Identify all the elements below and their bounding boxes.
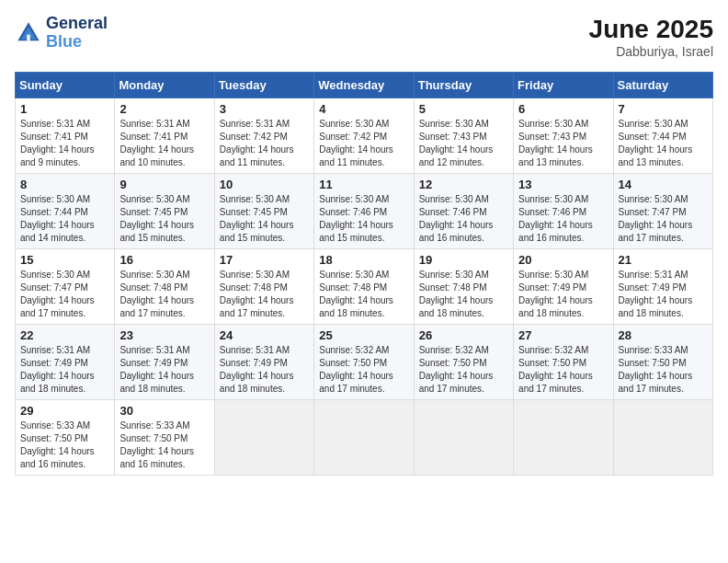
day-info: Sunrise: 5:32 AMSunset: 7:50 PMDaylight:… bbox=[319, 344, 408, 396]
day-number: 8 bbox=[20, 178, 109, 191]
day-info: Sunrise: 5:30 AMSunset: 7:42 PMDaylight:… bbox=[319, 118, 408, 169]
logo-text: General Blue bbox=[46, 15, 108, 52]
day-info: Sunrise: 5:32 AMSunset: 7:50 PMDaylight:… bbox=[419, 344, 508, 396]
day-number: 6 bbox=[518, 102, 608, 116]
calendar-week-row: 29 Sunrise: 5:33 AMSunset: 7:50 PMDaylig… bbox=[16, 400, 713, 476]
day-info: Sunrise: 5:30 AMSunset: 7:49 PMDaylight:… bbox=[518, 269, 608, 320]
calendar-day-cell bbox=[314, 400, 414, 476]
calendar-day-cell: 15 Sunrise: 5:30 AMSunset: 7:47 PMDaylig… bbox=[16, 249, 115, 325]
day-number: 27 bbox=[518, 328, 608, 342]
calendar-day-header: Tuesday bbox=[214, 73, 313, 98]
calendar-day-cell: 27 Sunrise: 5:32 AMSunset: 7:50 PMDaylig… bbox=[514, 325, 613, 400]
calendar-table: SundayMondayTuesdayWednesdayThursdayFrid… bbox=[15, 72, 713, 476]
day-info: Sunrise: 5:30 AMSunset: 7:48 PMDaylight:… bbox=[220, 269, 309, 320]
calendar-day-cell: 7 Sunrise: 5:30 AMSunset: 7:44 PMDayligh… bbox=[613, 98, 712, 174]
calendar-day-cell: 13 Sunrise: 5:30 AMSunset: 7:46 PMDaylig… bbox=[514, 174, 613, 249]
calendar-day-cell: 21 Sunrise: 5:31 AMSunset: 7:49 PMDaylig… bbox=[613, 249, 712, 325]
month-title: June 2025 bbox=[589, 15, 713, 44]
calendar-day-cell: 8 Sunrise: 5:30 AMSunset: 7:44 PMDayligh… bbox=[16, 174, 115, 249]
day-number: 29 bbox=[20, 404, 109, 418]
calendar-day-cell: 20 Sunrise: 5:30 AMSunset: 7:49 PMDaylig… bbox=[514, 249, 613, 325]
day-number: 7 bbox=[619, 102, 708, 116]
calendar-day-cell: 17 Sunrise: 5:30 AMSunset: 7:48 PMDaylig… bbox=[214, 249, 313, 325]
logo: General Blue bbox=[15, 15, 108, 52]
calendar-day-cell: 3 Sunrise: 5:31 AMSunset: 7:42 PMDayligh… bbox=[214, 98, 313, 174]
day-number: 16 bbox=[119, 253, 209, 267]
calendar-day-header: Saturday bbox=[613, 73, 712, 98]
day-info: Sunrise: 5:31 AMSunset: 7:49 PMDaylight:… bbox=[619, 269, 708, 320]
day-number: 17 bbox=[220, 253, 309, 267]
day-info: Sunrise: 5:30 AMSunset: 7:46 PMDaylight:… bbox=[319, 193, 408, 245]
day-number: 14 bbox=[619, 178, 708, 191]
day-info: Sunrise: 5:30 AMSunset: 7:47 PMDaylight:… bbox=[20, 269, 109, 320]
calendar-week-row: 22 Sunrise: 5:31 AMSunset: 7:49 PMDaylig… bbox=[16, 325, 713, 400]
day-info: Sunrise: 5:31 AMSunset: 7:42 PMDaylight:… bbox=[220, 118, 309, 169]
day-info: Sunrise: 5:30 AMSunset: 7:45 PMDaylight:… bbox=[119, 193, 209, 245]
calendar-day-cell: 30 Sunrise: 5:33 AMSunset: 7:50 PMDaylig… bbox=[115, 400, 214, 476]
day-info: Sunrise: 5:32 AMSunset: 7:50 PMDaylight:… bbox=[518, 344, 608, 396]
day-number: 12 bbox=[419, 178, 508, 191]
calendar-day-cell: 22 Sunrise: 5:31 AMSunset: 7:49 PMDaylig… bbox=[16, 325, 115, 400]
logo-icon bbox=[15, 19, 42, 47]
calendar-day-cell: 25 Sunrise: 5:32 AMSunset: 7:50 PMDaylig… bbox=[314, 325, 414, 400]
calendar-day-cell: 10 Sunrise: 5:30 AMSunset: 7:45 PMDaylig… bbox=[214, 174, 313, 249]
day-number: 3 bbox=[220, 102, 309, 116]
calendar-header-row: SundayMondayTuesdayWednesdayThursdayFrid… bbox=[16, 73, 713, 98]
day-number: 4 bbox=[319, 102, 408, 116]
day-info: Sunrise: 5:33 AMSunset: 7:50 PMDaylight:… bbox=[619, 344, 708, 396]
day-number: 25 bbox=[319, 328, 408, 342]
day-info: Sunrise: 5:30 AMSunset: 7:46 PMDaylight:… bbox=[518, 193, 608, 245]
day-number: 22 bbox=[20, 328, 109, 342]
calendar-day-cell: 2 Sunrise: 5:31 AMSunset: 7:41 PMDayligh… bbox=[115, 98, 214, 174]
calendar-day-cell: 26 Sunrise: 5:32 AMSunset: 7:50 PMDaylig… bbox=[414, 325, 513, 400]
calendar-day-cell bbox=[514, 400, 613, 476]
day-info: Sunrise: 5:30 AMSunset: 7:45 PMDaylight:… bbox=[220, 193, 309, 245]
day-info: Sunrise: 5:30 AMSunset: 7:43 PMDaylight:… bbox=[419, 118, 508, 169]
day-info: Sunrise: 5:30 AMSunset: 7:46 PMDaylight:… bbox=[419, 193, 508, 245]
calendar-day-cell: 1 Sunrise: 5:31 AMSunset: 7:41 PMDayligh… bbox=[16, 98, 115, 174]
calendar-day-cell bbox=[414, 400, 513, 476]
day-info: Sunrise: 5:30 AMSunset: 7:48 PMDaylight:… bbox=[419, 269, 508, 320]
calendar-day-cell bbox=[214, 400, 313, 476]
calendar-day-cell: 14 Sunrise: 5:30 AMSunset: 7:47 PMDaylig… bbox=[613, 174, 712, 249]
day-info: Sunrise: 5:33 AMSunset: 7:50 PMDaylight:… bbox=[119, 419, 209, 471]
svg-rect-2 bbox=[27, 34, 29, 40]
calendar-day-cell: 5 Sunrise: 5:30 AMSunset: 7:43 PMDayligh… bbox=[414, 98, 513, 174]
day-number: 21 bbox=[619, 253, 708, 267]
day-number: 18 bbox=[319, 253, 408, 267]
calendar-day-cell: 18 Sunrise: 5:30 AMSunset: 7:48 PMDaylig… bbox=[314, 249, 414, 325]
day-number: 24 bbox=[220, 328, 309, 342]
calendar-day-header: Monday bbox=[115, 73, 214, 98]
calendar-day-header: Sunday bbox=[16, 73, 115, 98]
day-info: Sunrise: 5:30 AMSunset: 7:48 PMDaylight:… bbox=[319, 269, 408, 320]
calendar-day-cell bbox=[613, 400, 712, 476]
calendar-week-row: 8 Sunrise: 5:30 AMSunset: 7:44 PMDayligh… bbox=[16, 174, 713, 249]
day-number: 20 bbox=[518, 253, 608, 267]
day-number: 19 bbox=[419, 253, 508, 267]
day-info: Sunrise: 5:31 AMSunset: 7:41 PMDaylight:… bbox=[119, 118, 209, 169]
calendar-day-cell: 6 Sunrise: 5:30 AMSunset: 7:43 PMDayligh… bbox=[514, 98, 613, 174]
day-number: 9 bbox=[119, 178, 209, 191]
day-number: 5 bbox=[419, 102, 508, 116]
calendar-day-cell: 4 Sunrise: 5:30 AMSunset: 7:42 PMDayligh… bbox=[314, 98, 414, 174]
calendar-day-header: Wednesday bbox=[314, 73, 414, 98]
day-number: 13 bbox=[518, 178, 608, 191]
day-number: 28 bbox=[619, 328, 708, 342]
day-info: Sunrise: 5:30 AMSunset: 7:44 PMDaylight:… bbox=[20, 193, 109, 245]
day-number: 30 bbox=[119, 404, 209, 418]
calendar-day-cell: 16 Sunrise: 5:30 AMSunset: 7:48 PMDaylig… bbox=[115, 249, 214, 325]
day-info: Sunrise: 5:31 AMSunset: 7:49 PMDaylight:… bbox=[119, 344, 209, 396]
calendar-day-header: Thursday bbox=[414, 73, 513, 98]
day-info: Sunrise: 5:33 AMSunset: 7:50 PMDaylight:… bbox=[20, 419, 109, 471]
day-number: 1 bbox=[20, 102, 109, 116]
day-number: 11 bbox=[319, 178, 408, 191]
day-info: Sunrise: 5:30 AMSunset: 7:44 PMDaylight:… bbox=[619, 118, 708, 169]
calendar-day-cell: 19 Sunrise: 5:30 AMSunset: 7:48 PMDaylig… bbox=[414, 249, 513, 325]
calendar-week-row: 15 Sunrise: 5:30 AMSunset: 7:47 PMDaylig… bbox=[16, 249, 713, 325]
location: Dabburiya, Israel bbox=[589, 44, 713, 59]
calendar-day-cell: 11 Sunrise: 5:30 AMSunset: 7:46 PMDaylig… bbox=[314, 174, 414, 249]
day-info: Sunrise: 5:31 AMSunset: 7:49 PMDaylight:… bbox=[220, 344, 309, 396]
day-info: Sunrise: 5:30 AMSunset: 7:48 PMDaylight:… bbox=[119, 269, 209, 320]
day-number: 2 bbox=[119, 102, 209, 116]
day-number: 15 bbox=[20, 253, 109, 267]
